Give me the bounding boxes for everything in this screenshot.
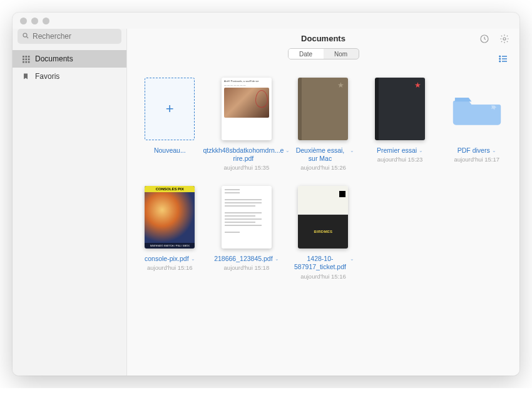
document-name[interactable]: Deuxième essai, sur Mac ⌄ bbox=[292, 146, 354, 163]
zoom-window-button[interactable] bbox=[43, 18, 49, 24]
document-date: aujourd'hui 15:17 bbox=[454, 156, 499, 163]
document-name[interactable]: Premier essai ⌄ bbox=[377, 146, 423, 155]
document-thumbnail[interactable] bbox=[222, 186, 272, 249]
svg-rect-3 bbox=[25, 56, 27, 58]
folder-icon bbox=[453, 91, 501, 127]
close-window-button[interactable] bbox=[20, 18, 27, 24]
search-field[interactable] bbox=[18, 29, 121, 44]
document-new: + Nouveau... bbox=[137, 78, 203, 171]
chevron-down-icon: ⌄ bbox=[350, 256, 354, 262]
svg-point-15 bbox=[499, 58, 501, 59]
settings-icon[interactable] bbox=[499, 34, 509, 46]
svg-rect-5 bbox=[23, 58, 24, 60]
document-date: aujourd'hui 15:23 bbox=[377, 156, 423, 163]
grid-icon bbox=[21, 54, 30, 63]
svg-rect-8 bbox=[23, 61, 24, 63]
document-thumbnail[interactable]: ★ bbox=[298, 78, 348, 140]
svg-rect-7 bbox=[28, 58, 29, 60]
sidebar-item-label: Favoris bbox=[35, 72, 59, 81]
document-name[interactable]: console-pix.pdf ⌄ bbox=[145, 255, 195, 263]
document-thumbnail[interactable]: ★ bbox=[375, 78, 425, 140]
chevron-down-icon: ⌄ bbox=[492, 148, 496, 154]
sort-segmented-control[interactable]: Date Nom bbox=[288, 48, 359, 59]
document-item: Arrêt! Postcards, a souffl de vie — — — … bbox=[214, 78, 280, 171]
sort-by-name[interactable]: Nom bbox=[324, 49, 359, 59]
svg-point-12 bbox=[503, 38, 506, 40]
document-date: aujourd'hui 15:26 bbox=[300, 164, 346, 171]
main-header: Documents Date Nom bbox=[127, 29, 519, 73]
document-date: aujourd'hui 15:18 bbox=[224, 264, 270, 271]
bookmark-icon bbox=[21, 72, 30, 81]
document-date: aujourd'hui 15:35 bbox=[224, 164, 270, 171]
star-icon: ★ bbox=[337, 81, 344, 90]
page-title: Documents bbox=[301, 34, 345, 43]
history-icon[interactable] bbox=[479, 34, 489, 46]
thumbnail-banner: CONSOLES PIX bbox=[145, 186, 195, 192]
document-item: ★ Deuxième essai, sur Mac ⌄ aujourd'hui … bbox=[290, 78, 356, 171]
svg-point-0 bbox=[23, 33, 27, 37]
svg-point-17 bbox=[499, 61, 501, 62]
plus-icon: + bbox=[166, 101, 174, 117]
window-body: Documents Favoris Documents Date Nom bbox=[13, 29, 519, 376]
document-name[interactable]: 1428-10-587917_ticket.pdf ⌄ bbox=[292, 255, 354, 271]
chevron-down-icon: ⌄ bbox=[419, 148, 423, 154]
svg-rect-10 bbox=[28, 61, 29, 63]
chevron-down-icon: ⌄ bbox=[275, 256, 279, 262]
document-date: aujourd'hui 15:16 bbox=[147, 264, 193, 271]
chevron-down-icon: ⌄ bbox=[350, 148, 354, 154]
document-name[interactable]: Nouveau... bbox=[154, 146, 186, 155]
search-input[interactable] bbox=[33, 32, 126, 41]
document-thumbnail[interactable]: BIRDMES bbox=[298, 186, 348, 249]
svg-rect-6 bbox=[25, 58, 27, 60]
folder-thumbnail[interactable] bbox=[452, 78, 502, 140]
document-thumbnail[interactable]: CONSOLES PIX NINTENDO SWITCH / PS4 / XBO… bbox=[145, 186, 195, 249]
sidebar-item-label: Documents bbox=[35, 54, 73, 63]
document-item: BIRDMES 1428-10-587917_ticket.pdf ⌄ aujo… bbox=[290, 186, 356, 279]
chevron-down-icon: ⌄ bbox=[191, 256, 195, 262]
svg-rect-2 bbox=[23, 56, 24, 58]
documents-grid: + Nouveau... Arrêt! Postcards, a souffl … bbox=[127, 73, 519, 290]
document-name[interactable]: qtzkkh48sbdatkohomdrn...e rire.pdf ⌄ bbox=[215, 146, 278, 163]
pdf-preview bbox=[298, 186, 348, 215]
sort-by-date[interactable]: Date bbox=[289, 49, 324, 59]
document-date: aujourd'hui 15:16 bbox=[300, 273, 346, 280]
list-view-icon[interactable] bbox=[498, 54, 508, 66]
sidebar-item-favoris[interactable]: Favoris bbox=[13, 68, 126, 85]
document-name[interactable]: PDF divers ⌄ bbox=[458, 146, 496, 155]
document-item: 218666_123845.pdf ⌄ aujourd'hui 15:18 bbox=[214, 186, 280, 279]
svg-line-1 bbox=[27, 36, 29, 38]
main-panel: Documents Date Nom bbox=[127, 29, 519, 376]
titlebar bbox=[13, 13, 519, 29]
document-item: CONSOLES PIX NINTENDO SWITCH / PS4 / XBO… bbox=[137, 186, 203, 279]
svg-rect-9 bbox=[25, 61, 27, 63]
search-icon bbox=[22, 32, 29, 41]
svg-point-13 bbox=[499, 56, 501, 57]
pdf-preview: Arrêt! Postcards, a souffl de vie — — — … bbox=[222, 78, 272, 120]
document-item: PDF divers ⌄ aujourd'hui 15:17 bbox=[444, 78, 509, 171]
app-window: Documents Favoris Documents Date Nom bbox=[13, 13, 519, 376]
pdf-preview bbox=[222, 186, 272, 238]
sidebar: Documents Favoris bbox=[13, 29, 127, 376]
svg-rect-4 bbox=[28, 56, 29, 58]
document-thumbnail[interactable]: Arrêt! Postcards, a souffl de vie — — — … bbox=[222, 78, 272, 140]
sidebar-item-documents[interactable]: Documents bbox=[13, 50, 126, 68]
document-item: ★ Premier essai ⌄ aujourd'hui 15:23 bbox=[367, 78, 433, 171]
pdf-preview: BIRDMES bbox=[298, 215, 348, 249]
new-document-button[interactable]: + bbox=[145, 78, 195, 140]
star-icon: ★ bbox=[414, 81, 421, 90]
document-name[interactable]: 218666_123845.pdf ⌄ bbox=[215, 255, 278, 263]
minimize-window-button[interactable] bbox=[31, 18, 38, 24]
chevron-down-icon: ⌄ bbox=[285, 148, 290, 154]
